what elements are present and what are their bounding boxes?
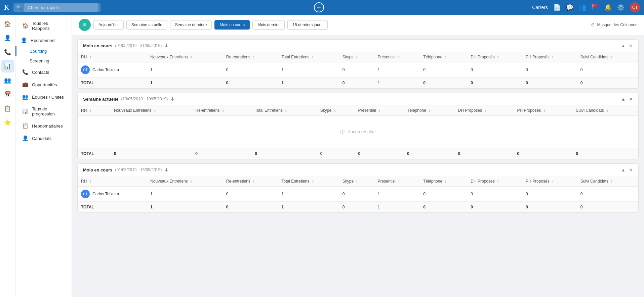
col-presentiel-2[interactable]: Présentiel ⇕ <box>355 105 404 116</box>
section-3-download-icon[interactable]: ⬇ <box>164 167 168 172</box>
sidebar-icon-user[interactable]: 👤 <box>1 32 14 44</box>
col-total-3[interactable]: Total Entretiens ⇕ <box>278 176 339 187</box>
col-re-1[interactable]: Re-entretiens ⇕ <box>223 52 278 62</box>
search-input[interactable] <box>24 3 98 12</box>
col-skype-1[interactable]: Skype ⇕ <box>339 52 374 62</box>
sidebar-item-opportunites[interactable]: 💼 Opportunités <box>17 79 70 91</box>
settings-icon[interactable]: ⚙️ <box>617 4 625 11</box>
filter-btn-15-jours[interactable]: 15 derniers jours <box>287 20 327 30</box>
sidebar-section-recrutement: 👤 Recrutement Sourcing Screening <box>15 34 72 66</box>
col-dh-3[interactable]: DH Proposés ⇕ <box>467 176 522 187</box>
cell-total-1-1: 1 <box>278 62 339 78</box>
col-suivi-3[interactable]: Suivi Candidats ⇕ <box>577 176 638 187</box>
sidebar-icon-list[interactable]: 📋 <box>1 102 14 115</box>
col-rh-1[interactable]: RH ⇕ <box>78 52 147 62</box>
avatar[interactable]: CT <box>630 2 640 12</box>
sidebar-icon-star[interactable]: ⭐ <box>1 116 14 129</box>
col-suivi-2[interactable]: Suivi Candidats ⇕ <box>572 105 638 116</box>
section-card-2: Semaine actuelle (13/05/2019 - 19/05/201… <box>77 93 639 159</box>
no-result-text: Aucun résultat <box>348 129 375 134</box>
col-dh-2[interactable]: DH Proposés ⇕ <box>455 105 514 116</box>
col-ph-3[interactable]: PH Proposés ⇕ <box>522 176 577 187</box>
filter-btn-mois-dernier[interactable]: Mois dernier <box>252 20 285 30</box>
section-1-close-icon[interactable]: ✕ <box>629 43 633 48</box>
col-nouveaux-2[interactable]: Nouveaux Entretiens ⇕ <box>111 105 192 116</box>
col-rh-2[interactable]: RH ⇕ <box>78 105 111 116</box>
hebdomadaires-icon: 📋 <box>22 123 29 129</box>
col-ph-2[interactable]: PH Proposés ⇕ <box>514 105 572 116</box>
sidebar-parent-recrutement[interactable]: 👤 Recrutement <box>15 34 72 46</box>
columns-icon: ⊞ <box>591 22 595 27</box>
section-3-collapse-icon[interactable]: ▲ <box>621 167 626 172</box>
col-nouveaux-1[interactable]: Nouveaux Entretiens ⇕ <box>147 52 223 62</box>
filter-btn-semaine-actuelle[interactable]: Semaine actuelle <box>126 20 167 30</box>
section-1-actions: ▲ ✕ <box>621 43 633 48</box>
col-suivi-1[interactable]: Suivi Candidats ⇕ <box>577 52 638 62</box>
col-nouveaux-3[interactable]: Nouveaux Entretiens ⇕ <box>147 176 223 187</box>
filter-btn-semaine-derniere[interactable]: Semaine dernière <box>170 20 212 30</box>
total-telephone-3: 0 <box>420 202 467 213</box>
sidebar-item-taux[interactable]: 📊 Taux de progression <box>17 103 70 119</box>
section-3-actions: ▲ ✕ <box>621 167 633 172</box>
total-label-2: TOTAL <box>78 148 111 159</box>
section-2-download-icon[interactable]: ⬇ <box>170 96 174 102</box>
total-presentiel-2: 0 <box>355 148 404 159</box>
user-name-1: Carlos Teixeira <box>92 67 119 72</box>
col-skype-3[interactable]: Skype ⇕ <box>339 176 374 187</box>
col-total-2[interactable]: Total Entretiens ⇕ <box>251 105 317 116</box>
col-dh-1[interactable]: DH Proposés ⇕ <box>467 52 522 62</box>
filter-btn-aujourdhui[interactable]: Aujourd'hui <box>93 20 124 30</box>
section-1-collapse-icon[interactable]: ▲ <box>621 43 626 48</box>
sidebar-item-contacts[interactable]: 📞 Contacts <box>17 66 70 78</box>
users-icon[interactable]: 👥 <box>579 4 586 11</box>
cell-nouveaux-1-1: 1 <box>147 62 223 78</box>
cell-presentiel-3-1: 1 <box>374 187 420 202</box>
sidebar-item-candidats-label: Candidats <box>32 136 52 141</box>
col-telephone-3[interactable]: Téléphone ⇕ <box>420 176 467 187</box>
total-suivi-3: 0 <box>577 202 638 213</box>
sidebar-item-opportunites-label: Opportunités <box>32 82 57 87</box>
col-telephone-1[interactable]: Téléphone ⇕ <box>420 52 467 62</box>
section-header-2: Semaine actuelle (13/05/2019 - 19/05/201… <box>78 93 638 105</box>
sidebar-child-screening[interactable]: Screening <box>15 56 72 66</box>
col-rh-3[interactable]: RH ⇕ <box>78 176 147 187</box>
col-re-2[interactable]: Re-entretiens ⇕ <box>192 105 251 116</box>
col-telephone-2[interactable]: Téléphone ⇕ <box>404 105 454 116</box>
sidebar-icon-home[interactable]: 🏠 <box>1 17 14 30</box>
sidebar-item-equipes[interactable]: 👥 Équipes / Unités <box>17 91 70 103</box>
sidebar-icon-report[interactable]: 📊 <box>1 60 14 72</box>
table-header-row-3: RH ⇕ Nouveaux Entretiens ⇕ Re-entretiens… <box>78 176 638 187</box>
col-re-3[interactable]: Re-entretiens ⇕ <box>223 176 278 187</box>
table-header-row-2: RH ⇕ Nouveaux Entretiens ⇕ Re-entretiens… <box>78 105 638 116</box>
section-3-close-icon[interactable]: ✕ <box>629 167 633 172</box>
cell-total-3-1: 1 <box>278 187 339 202</box>
flag-icon[interactable]: 🚩 <box>592 4 599 11</box>
section-2-collapse-icon[interactable]: ▲ <box>621 96 626 102</box>
hide-columns-btn[interactable]: ⊞ Masquer les Colonnes <box>591 22 637 27</box>
col-presentiel-1[interactable]: Présentiel ⇕ <box>374 52 420 62</box>
sidebar-item-hebdomadaires[interactable]: 📋 Hebdomadaires <box>17 120 70 132</box>
sidebar-icon-contact[interactable]: 📞 <box>1 46 14 58</box>
filter-list-icon: ≡ <box>79 19 91 31</box>
sidebar-icon-calendar[interactable]: 📅 <box>1 88 14 101</box>
section-2-close-icon[interactable]: ✕ <box>629 96 633 102</box>
col-presentiel-3[interactable]: Présentiel ⇕ <box>374 176 420 187</box>
sidebar-child-sourcing[interactable]: Sourcing <box>15 46 72 56</box>
col-total-1[interactable]: Total Entretiens ⇕ <box>278 52 339 62</box>
col-skype-2[interactable]: Skype ⇕ <box>317 105 355 116</box>
chat-icon[interactable]: 💬 <box>566 4 573 11</box>
icon-rail: 🏠 👤 📞 📊 👥 📅 📋 ⭐ <box>0 15 15 297</box>
add-button[interactable]: + <box>314 2 324 12</box>
documents-icon[interactable]: 📄 <box>553 4 561 11</box>
filter-btn-mois-en-cours[interactable]: Mois en cours <box>214 20 250 30</box>
section-1-download-icon[interactable]: ⬇ <box>164 43 168 48</box>
sidebar-icon-candidates[interactable]: 👥 <box>1 74 14 87</box>
col-ph-1[interactable]: PH Proposés ⇕ <box>522 52 577 62</box>
total-presentiel-3: 1 <box>374 202 420 213</box>
sidebar-item-candidats[interactable]: 👤 Candidats <box>17 132 70 144</box>
sidebar-item-tous-rapports[interactable]: 🏠 Tous les Rapports <box>17 18 70 34</box>
no-result-row: ⓘ Aucun résultat <box>78 116 638 148</box>
notifications-icon[interactable]: 🔔 <box>604 4 612 11</box>
cell-dh-1-1: 0 <box>467 62 522 78</box>
home-icon: 🏠 <box>22 23 29 29</box>
